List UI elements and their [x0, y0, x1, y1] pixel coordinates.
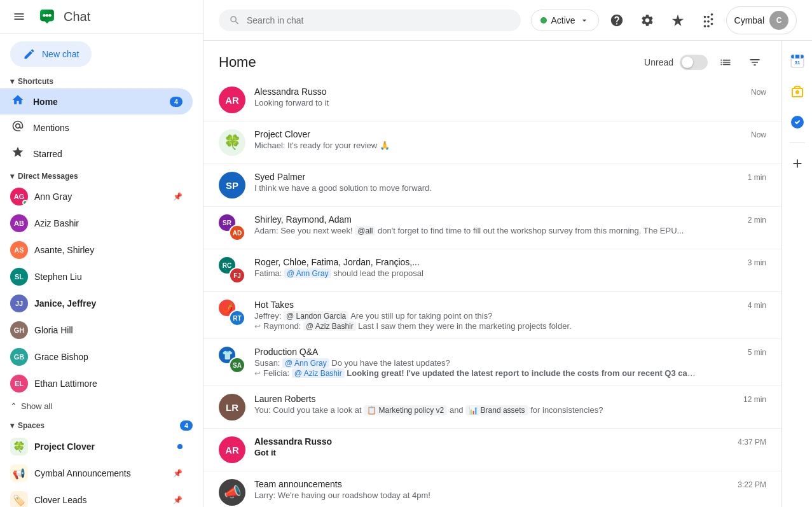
chat-name: Lauren Roberts	[254, 394, 316, 404]
svg-point-2	[46, 14, 49, 17]
avatar: GH	[10, 321, 28, 339]
sidebar-item-mentions[interactable]: Mentions	[0, 115, 193, 141]
content: Home Unread	[203, 41, 812, 507]
dm-show-all[interactable]: ⌃ Show all	[0, 397, 203, 415]
main-area: Active	[203, 0, 812, 507]
toggle-knob	[682, 57, 693, 68]
chat-body: Project Clover Now Michael: It's ready f…	[254, 129, 766, 150]
avatar: AR	[219, 87, 245, 113]
new-chat-button[interactable]: New chat	[10, 41, 92, 67]
chat-item[interactable]: 🌶️ RT Hot Takes 4 min Jeffrey: @ Landon …	[203, 292, 781, 339]
expand-icon: ⌃	[10, 401, 17, 411]
chat-body: Syed Palmer 1 min I think we have a good…	[254, 172, 766, 193]
add-panel-button[interactable]	[785, 151, 810, 176]
space-item-project-clover[interactable]: 🍀 Project Clover	[0, 433, 193, 460]
space-item-clover-leads[interactable]: 🏷️ Clover Leads 📌	[0, 487, 193, 507]
dm-section-header[interactable]: ▾ Direct Messages	[0, 167, 203, 183]
dm-item-gloria-hill[interactable]: GH Gloria Hill	[0, 317, 193, 344]
chat-preview: Looking forward to it	[254, 98, 699, 108]
avatar: AS	[10, 241, 28, 259]
chat-time: 2 min	[748, 216, 766, 225]
chat-time: 3:22 PM	[738, 480, 766, 489]
dm-item-ethan-lattimore[interactable]: EL Ethan Lattimore	[0, 370, 193, 397]
chat-time: Now	[751, 130, 766, 139]
shortcuts-section-header[interactable]: ▾ Shortcuts	[0, 72, 203, 88]
chat-item[interactable]: SP Syed Palmer 1 min I think we have a g…	[203, 164, 781, 207]
apps-button[interactable]	[696, 8, 721, 33]
chat-preview: Adam: See you next week! @all don't forg…	[254, 226, 699, 235]
chat-item[interactable]: AR Alessandra Russo Now Looking forward …	[203, 79, 781, 122]
search-icon	[229, 15, 240, 26]
avatar: JJ	[10, 295, 28, 312]
chat-item[interactable]: SR AD Shirley, Raymond, Adam 2 min Adam:…	[203, 207, 781, 249]
help-button[interactable]	[604, 8, 630, 33]
chat-item[interactable]: 📣 Team announcements 3:22 PM Larry: We'r…	[203, 471, 781, 507]
chat-list: Home Unread	[203, 41, 781, 507]
avatar: SL	[10, 268, 28, 286]
dm-item-asante-shirley[interactable]: AS Asante, Shirley	[0, 237, 193, 263]
chat-body: Shirley, Raymond, Adam 2 min Adam: See y…	[254, 214, 766, 235]
chat-preview: Got it	[254, 448, 699, 457]
chevron-down-icon	[579, 15, 589, 25]
app-logo: Chat	[36, 5, 90, 28]
chat-item[interactable]: LR Lauren Roberts 12 min You: Could you …	[203, 386, 781, 429]
chat-preview: Fatima: @ Ann Gray should lead the propo…	[254, 268, 699, 278]
google-keep-icon[interactable]	[785, 79, 810, 104]
status-dot	[540, 17, 547, 24]
header-actions: Active	[531, 6, 797, 34]
dm-item-stephen-liu[interactable]: SL Stephen Liu	[0, 263, 193, 290]
sidebar-item-home[interactable]: Home 4	[0, 88, 193, 115]
chat-body: Alessandra Russo Now Looking forward to …	[254, 87, 766, 108]
chat-name: Team announcements	[254, 479, 342, 489]
dm-item-aziz-bashir[interactable]: AB Aziz Bashir	[0, 210, 193, 237]
chat-time: 12 min	[743, 395, 766, 404]
unread-toggle[interactable]	[680, 55, 708, 70]
new-chat-section: New chat	[0, 34, 203, 72]
chat-name: Production Q&A	[254, 347, 318, 357]
chat-item[interactable]: 👕 SA Production Q&A 5 min Susan: @ Ann G…	[203, 339, 781, 386]
chat-body: Lauren Roberts 12 min You: Could you tak…	[254, 394, 766, 415]
chevron-down-icon: ▾	[10, 172, 14, 181]
avatar: EL	[10, 375, 28, 392]
space-item-cymbal-announcements[interactable]: 📢 Cymbal Announcements 📌	[0, 460, 193, 487]
home-badge: 4	[170, 97, 182, 107]
settings-button[interactable]	[635, 8, 660, 33]
main-header: Active	[203, 0, 812, 41]
avatar: GB	[10, 348, 28, 366]
chat-name: Syed Palmer	[254, 172, 305, 182]
pin-icon: 📌	[173, 469, 182, 478]
spaces-section-header[interactable]: ▾ Spaces 4	[0, 415, 203, 433]
chat-body: Production Q&A 5 min Susan: @ Ann Gray D…	[254, 347, 766, 378]
avatar: LR	[219, 394, 245, 420]
svg-text:31: 31	[794, 60, 799, 66]
search-input[interactable]	[247, 15, 511, 25]
chat-item[interactable]: AR Alessandra Russo 4:37 PM Got it	[203, 429, 781, 471]
chat-time: 1 min	[748, 173, 766, 182]
chat-preview: You: Could you take a look at 📋 Marketin…	[254, 405, 699, 415]
hamburger-menu[interactable]	[8, 5, 31, 28]
chat-item[interactable]: 🍀 Project Clover Now Michael: It's ready…	[203, 122, 781, 164]
list-view-icon[interactable]	[714, 51, 737, 74]
sidebar-item-starred[interactable]: Starred	[0, 141, 193, 167]
space-icon: 🏷️	[10, 491, 28, 507]
chevron-down-icon: ▾	[10, 421, 14, 430]
google-calendar-icon[interactable]: 31	[785, 48, 810, 74]
avatar: SR AD	[219, 214, 245, 241]
dm-item-ann-gray[interactable]: AG Ann Gray 📌	[0, 183, 193, 210]
dm-item-grace-bishop[interactable]: GB Grace Bishop	[0, 344, 193, 370]
profile-button[interactable]: Cymbal C	[726, 6, 797, 34]
star-icon	[10, 146, 25, 162]
chat-time: 4:37 PM	[738, 438, 766, 447]
google-tasks-icon[interactable]	[785, 109, 810, 135]
filter-icon[interactable]	[743, 51, 766, 74]
chat-body: Hot Takes 4 min Jeffrey: @ Landon Garcia…	[254, 300, 766, 331]
svg-point-3	[48, 14, 52, 17]
avatar: AB	[10, 214, 28, 232]
dm-item-janice-jeffrey[interactable]: JJ Janice, Jeffrey	[0, 290, 193, 317]
avatar: 📣	[219, 479, 245, 506]
chat-item[interactable]: RC FJ Roger, Chloe, Fatima, Jordan, Fran…	[203, 249, 781, 292]
sparkle-button[interactable]	[665, 8, 691, 33]
status-button[interactable]: Active	[531, 10, 598, 31]
chat-preview: Larry: We're having our roadshow today a…	[254, 490, 699, 500]
space-icon: 🍀	[10, 438, 28, 455]
